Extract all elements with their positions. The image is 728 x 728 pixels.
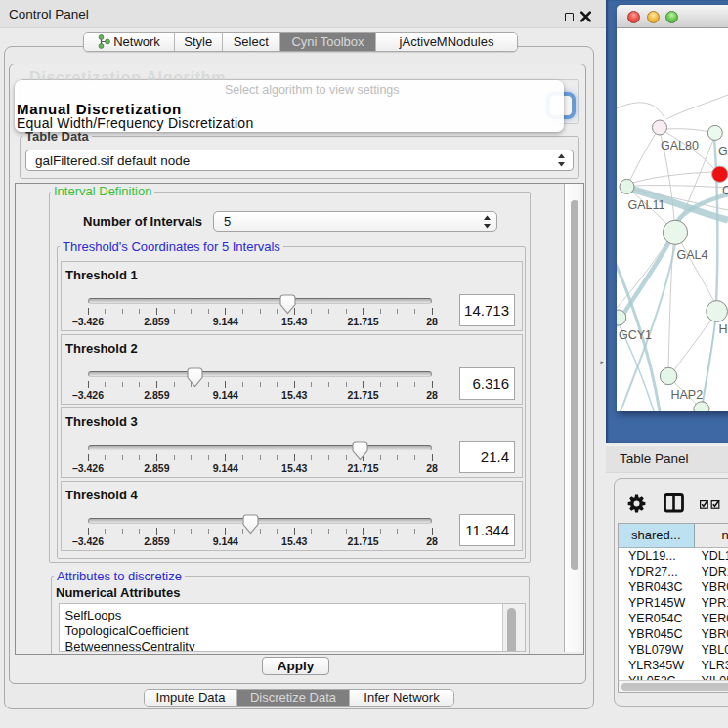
svg-text:GAL4: GAL4 [677,248,708,262]
svg-text:GAL11: GAL11 [628,198,665,212]
svg-text:H: H [719,322,728,336]
svg-text:GA: GA [718,145,728,158]
svg-text:GCY1: GCY1 [619,328,652,342]
svg-text:HAP2: HAP2 [671,388,704,402]
svg-text:C: C [722,184,728,197]
svg-text:GAL80: GAL80 [661,139,699,152]
